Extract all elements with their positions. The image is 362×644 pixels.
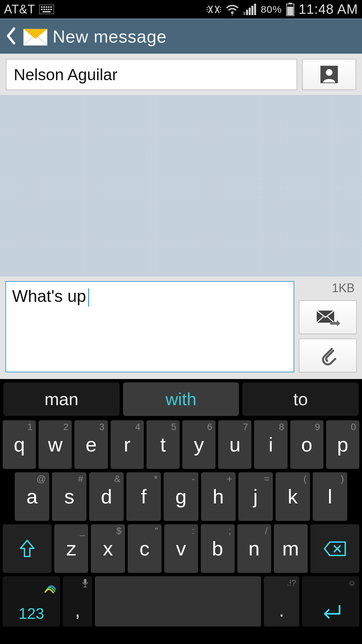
suggestion-2[interactable]: with [123,382,239,416]
shift-arrow-icon [19,539,35,558]
key-n[interactable]: /n [237,524,271,573]
recipient-row [0,54,362,95]
key-t[interactable]: 5t [146,420,180,469]
svg-rect-3 [46,6,47,8]
conversation-pane[interactable] [0,95,362,276]
key-backspace[interactable] [310,524,359,573]
key-h[interactable]: +h [201,472,236,521]
swiftkey-icon [45,579,57,597]
suggestion-1[interactable]: man [3,382,120,416]
key-x[interactable]: $x [91,524,125,573]
key-k[interactable]: (k [276,472,310,521]
page-title: New message [53,26,167,47]
recipient-input[interactable] [6,59,297,90]
app-bar: New message [0,18,362,54]
svg-rect-10 [50,9,52,10]
key-c[interactable]: "c [128,524,162,573]
key-o[interactable]: 9o [290,420,323,469]
key-row-3: _z $x "c :v ;b /n m [0,523,362,575]
vibrate-icon [206,3,221,16]
key-m[interactable]: m [274,524,308,573]
key-z[interactable]: _z [54,524,88,573]
svg-rect-1 [41,6,43,8]
key-w[interactable]: 2w [39,420,72,469]
chevron-left-icon [5,26,16,45]
svg-rect-20 [287,7,293,15]
mic-icon [81,578,89,590]
key-g[interactable]: -g [164,472,198,521]
contact-icon [319,64,339,85]
key-p[interactable]: 0p [326,420,359,469]
message-size-label: 1KB [299,281,357,296]
message-input-text: What's up [12,287,86,306]
svg-rect-8 [46,9,47,10]
wifi-icon [225,3,239,15]
key-b[interactable]: ;b [201,524,235,573]
back-button[interactable] [3,26,18,47]
key-shift[interactable] [3,524,52,573]
compose-row: What's up 1KB [0,276,362,379]
key-space[interactable] [95,576,261,627]
enter-icon [319,604,342,621]
suggestion-row: man with to [0,380,362,419]
key-l[interactable]: )l [313,472,347,521]
key-row-2: @a #s &d *f -g +h =j (k )l [0,471,362,523]
key-123[interactable]: 123 [3,576,60,627]
keyboard-indicator-icon [39,5,54,14]
pick-contact-button[interactable] [302,59,356,90]
battery-label: 80% [261,4,282,15]
text-cursor [88,288,89,307]
smiley-icon: ☺ [348,578,356,588]
key-y[interactable]: 6y [182,420,216,469]
backspace-icon [323,541,347,557]
key-e[interactable]: 3e [74,420,108,469]
key-u[interactable]: 7u [218,420,251,469]
key-r[interactable]: 4r [111,420,144,469]
key-q[interactable]: 1q [3,420,36,469]
svg-rect-13 [243,12,245,15]
status-bar: AT&T 80% [0,0,362,18]
signal-icon [243,4,257,15]
message-input[interactable]: What's up [5,281,294,372]
key-s[interactable]: #s [52,472,86,521]
paperclip-icon [318,345,337,366]
key-row-4: 123 , .!? . ☺ [0,575,362,628]
key-enter[interactable]: ☺ [302,576,359,627]
send-button[interactable] [299,301,357,334]
svg-point-23 [326,69,333,76]
attach-button[interactable] [299,339,357,372]
key-period[interactable]: .!? . [264,576,299,627]
svg-rect-11 [43,11,51,12]
svg-rect-7 [43,9,45,10]
svg-rect-5 [50,6,52,8]
envelope-icon [23,26,48,47]
carrier-label: AT&T [4,2,35,16]
key-d[interactable]: &d [89,472,124,521]
key-f[interactable]: *f [126,472,161,521]
key-comma[interactable]: , [63,576,92,627]
key-v[interactable]: :v [164,524,198,573]
svg-rect-9 [48,9,50,10]
send-envelope-icon [315,309,340,326]
svg-rect-6 [41,9,43,10]
svg-rect-2 [43,6,45,8]
suggestion-3[interactable]: to [242,382,359,416]
svg-rect-4 [48,6,50,8]
svg-rect-14 [246,10,248,15]
svg-rect-25 [84,579,86,584]
svg-rect-17 [254,4,256,15]
keyboard: man with to 1q 2w 3e 4r 5t 6y 7u 8i 9o 0… [0,379,362,644]
key-a[interactable]: @a [15,472,49,521]
key-j[interactable]: =j [238,472,273,521]
key-row-1: 1q 2w 3e 4r 5t 6y 7u 8i 9o 0p [0,419,362,471]
clock-label: 11:48 AM [299,2,358,17]
key-i[interactable]: 8i [254,420,287,469]
battery-icon [286,3,295,16]
svg-rect-15 [249,8,251,15]
svg-rect-16 [251,6,253,15]
